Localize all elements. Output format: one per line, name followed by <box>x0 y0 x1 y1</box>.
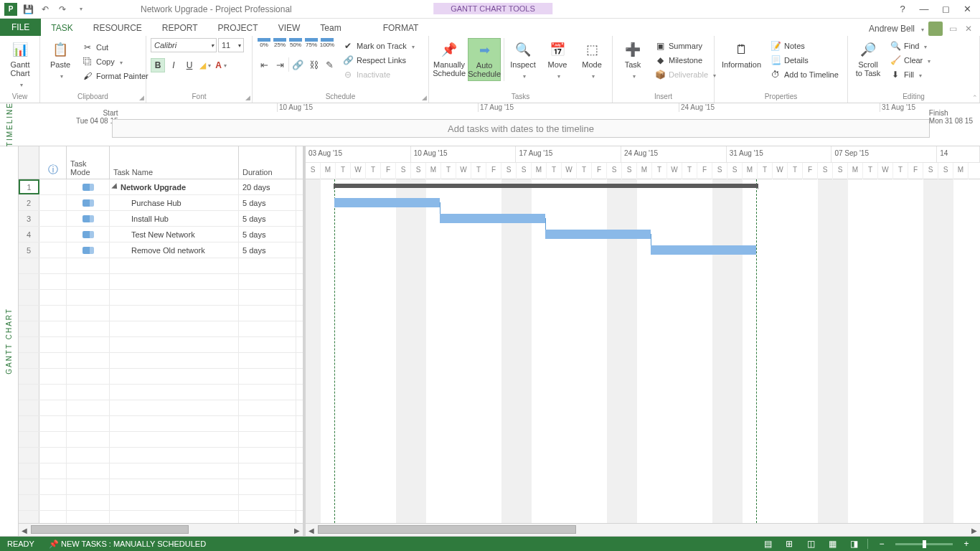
row-number[interactable] <box>19 511 39 523</box>
day-header[interactable]: S <box>833 163 848 179</box>
cell-duration[interactable] <box>239 416 296 431</box>
tab-report[interactable]: REPORT <box>152 19 208 36</box>
cell-info[interactable] <box>39 416 67 431</box>
week-header[interactable]: 14 <box>937 146 980 162</box>
week-header[interactable]: 17 Aug '15 <box>516 146 621 162</box>
cell-mode[interactable] <box>67 195 110 210</box>
clipboard-launcher-icon[interactable]: ◢ <box>139 94 144 101</box>
fill-button[interactable]: ⬇Fill <box>887 68 933 81</box>
cell-info[interactable] <box>39 369 67 384</box>
day-header[interactable]: S <box>622 163 637 179</box>
row-number[interactable] <box>19 416 39 431</box>
tab-task[interactable]: TASK <box>41 19 83 36</box>
table-row[interactable]: 2Purchase Hub5 days <box>19 195 303 211</box>
cell-duration[interactable] <box>239 258 296 273</box>
hscroll-left-icon[interactable]: ◀ <box>19 524 30 537</box>
milestone-button[interactable]: ◆Milestone <box>651 54 719 67</box>
cell-name[interactable] <box>110 511 239 523</box>
view-resource-sheet-button[interactable]: ▦ <box>824 537 840 550</box>
hscroll-right-icon[interactable]: ▶ <box>291 524 303 537</box>
cell-mode[interactable] <box>67 448 110 463</box>
cell-info[interactable] <box>39 353 67 368</box>
cell-info[interactable] <box>39 321 67 336</box>
row-number[interactable]: 1 <box>19 179 39 194</box>
cell-mode[interactable] <box>67 369 110 384</box>
table-row[interactable] <box>19 511 303 523</box>
cell-mode[interactable] <box>67 290 110 305</box>
table-row[interactable] <box>19 479 303 495</box>
cell-duration[interactable] <box>239 479 296 494</box>
table-row[interactable] <box>19 385 303 400</box>
tab-project[interactable]: PROJECT <box>208 19 268 36</box>
information-button[interactable]: 🗒Information <box>719 38 764 71</box>
table-row[interactable] <box>19 495 303 511</box>
row-number[interactable] <box>19 321 39 336</box>
day-header[interactable]: T <box>336 163 351 179</box>
tab-view[interactable]: VIEW <box>268 19 311 36</box>
cell-mode[interactable] <box>67 179 110 194</box>
summary-bar[interactable] <box>334 184 758 191</box>
day-header[interactable]: M <box>532 163 547 179</box>
row-number[interactable] <box>19 369 39 384</box>
th-select-all[interactable] <box>19 146 39 179</box>
cell-info[interactable] <box>39 385 67 400</box>
cell-info[interactable] <box>39 258 67 273</box>
day-header[interactable]: F <box>486 163 501 179</box>
cut-button[interactable]: ✂Cut <box>79 41 151 54</box>
cell-duration[interactable] <box>239 432 296 447</box>
cell-duration[interactable] <box>239 463 296 479</box>
day-header[interactable]: T <box>682 163 697 179</box>
task-bar[interactable] <box>651 245 756 255</box>
cell-mode[interactable] <box>67 211 110 226</box>
cell-info[interactable] <box>39 306 67 321</box>
link-tasks-button[interactable]: 🔗 <box>291 57 305 72</box>
table-row[interactable] <box>19 258 303 274</box>
cell-name[interactable] <box>110 495 239 510</box>
table-row[interactable] <box>19 274 303 290</box>
cell-name[interactable] <box>110 274 239 289</box>
week-header[interactable]: 07 Sep '15 <box>831 146 937 162</box>
cell-name[interactable] <box>110 400 239 415</box>
th-duration[interactable]: Duration <box>239 146 296 179</box>
cell-mode[interactable] <box>67 432 110 447</box>
week-header[interactable]: 31 Aug '15 <box>727 146 832 162</box>
gantt-hscroll-right-icon[interactable]: ▶ <box>969 524 980 536</box>
table-row[interactable] <box>19 353 303 369</box>
table-row[interactable] <box>19 290 303 306</box>
font-color-button[interactable]: A <box>214 58 228 72</box>
cell-mode[interactable] <box>67 227 110 242</box>
cell-duration[interactable] <box>239 495 296 510</box>
cell-mode[interactable] <box>67 353 110 368</box>
cell-name[interactable]: Test New Network <box>110 227 239 242</box>
zoom-slider[interactable] <box>895 543 953 545</box>
cell-name[interactable] <box>110 369 239 384</box>
cell-name[interactable] <box>110 321 239 336</box>
pct-75-button[interactable]: 75% <box>304 38 319 55</box>
auto-schedule-button[interactable]: ➡Auto Schedule <box>468 38 501 81</box>
file-tab[interactable]: FILE <box>0 19 41 36</box>
day-header[interactable]: M <box>426 163 441 179</box>
row-number[interactable] <box>19 258 39 273</box>
cell-info[interactable] <box>39 448 67 463</box>
cell-name[interactable] <box>110 416 239 431</box>
user-menu-icon[interactable] <box>919 24 924 34</box>
table-row[interactable]: 5Remove Old network5 days <box>19 242 303 258</box>
task-bar[interactable] <box>545 230 651 239</box>
cell-duration[interactable]: 5 days <box>239 242 296 258</box>
maximize-icon[interactable]: ◻ <box>938 2 953 17</box>
cell-mode[interactable] <box>67 495 110 510</box>
cell-duration[interactable] <box>239 400 296 415</box>
table-row[interactable]: 1Network Upgrade20 days <box>19 179 303 195</box>
cell-name[interactable]: Install Hub <box>110 211 239 226</box>
table-row[interactable]: 3Install Hub5 days <box>19 211 303 227</box>
gantt-hscroll-left-icon[interactable]: ◀ <box>306 524 317 536</box>
row-number[interactable] <box>19 290 39 305</box>
gantt-chart-button[interactable]: 📊 Gantt Chart <box>4 38 36 91</box>
cell-info[interactable] <box>39 242 67 258</box>
row-number[interactable] <box>19 448 39 463</box>
font-size-select[interactable]: 11▾ <box>218 38 244 52</box>
row-number[interactable] <box>19 432 39 447</box>
cell-name[interactable] <box>110 479 239 494</box>
clear-button[interactable]: 🧹Clear <box>887 54 933 67</box>
view-gantt-button[interactable]: ▤ <box>760 537 776 550</box>
